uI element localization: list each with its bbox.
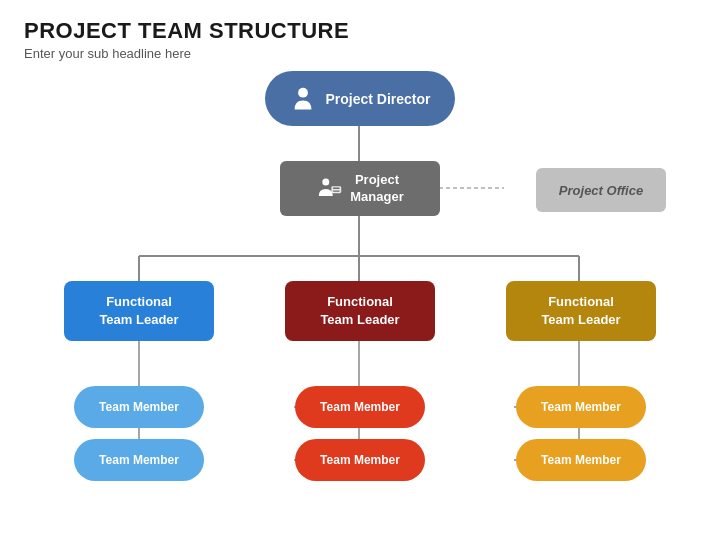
project-director-node: Project Director (265, 71, 455, 126)
manager-label-2: Manager (350, 189, 403, 206)
ftl-right-node: Functional Team Leader (506, 281, 656, 341)
member-center-2: Team Member (295, 439, 425, 481)
member-left-2-label: Team Member (99, 453, 179, 467)
office-label: Project Office (559, 183, 643, 198)
project-office-node: Project Office (536, 168, 666, 212)
project-manager-node: Project Manager (280, 161, 440, 216)
member-left-1: Team Member (74, 386, 204, 428)
member-right-2: Team Member (516, 439, 646, 481)
member-right-1: Team Member (516, 386, 646, 428)
ftl-center-label-1: Functional (320, 293, 399, 311)
member-center-1-label: Team Member (320, 400, 400, 414)
member-center-1: Team Member (295, 386, 425, 428)
ftl-left-label-1: Functional (99, 293, 178, 311)
main-title: PROJECT TEAM STRUCTURE (24, 18, 696, 44)
svg-rect-19 (333, 187, 340, 188)
ftl-center-node: Functional Team Leader (285, 281, 435, 341)
member-left-2: Team Member (74, 439, 204, 481)
ftl-left-label-2: Team Leader (99, 311, 178, 329)
ftl-left-node: Functional Team Leader (64, 281, 214, 341)
page: PROJECT TEAM STRUCTURE Enter your sub he… (0, 0, 720, 540)
svg-point-16 (299, 87, 309, 97)
svg-rect-20 (333, 190, 340, 191)
director-label: Project Director (325, 91, 430, 107)
member-right-1-label: Team Member (541, 400, 621, 414)
director-icon (289, 85, 317, 113)
manager-icon (316, 175, 344, 203)
member-center-2-label: Team Member (320, 453, 400, 467)
svg-point-17 (323, 178, 330, 185)
member-left-1-label: Team Member (99, 400, 179, 414)
sub-headline: Enter your sub headline here (24, 46, 696, 61)
member-right-2-label: Team Member (541, 453, 621, 467)
chart-area: Project Director Project Manager Project… (24, 71, 696, 491)
ftl-right-label-1: Functional (541, 293, 620, 311)
ftl-center-label-2: Team Leader (320, 311, 399, 329)
manager-label-1: Project (350, 172, 403, 189)
ftl-right-label-2: Team Leader (541, 311, 620, 329)
svg-rect-18 (332, 186, 342, 193)
